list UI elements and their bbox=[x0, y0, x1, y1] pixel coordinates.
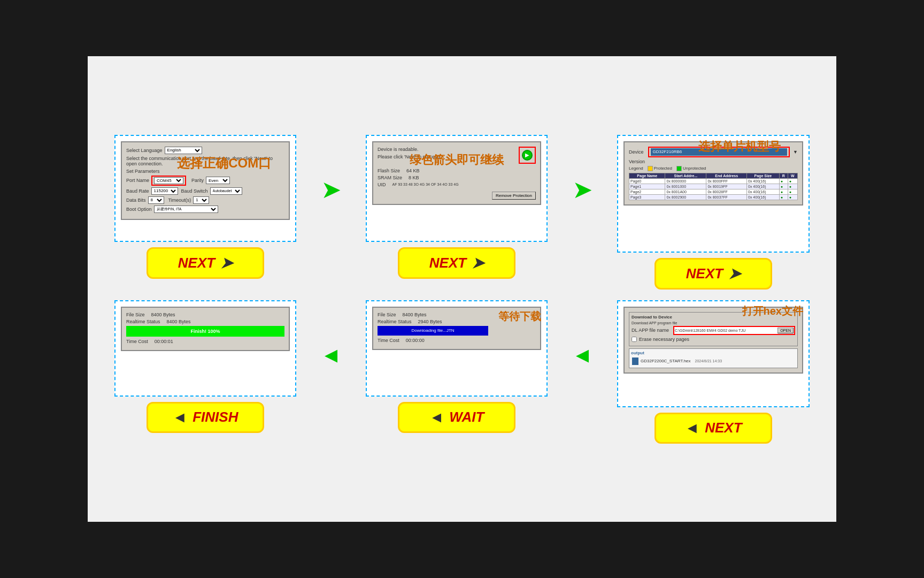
step2-col: 绿色箭头即可继续 Device is readable. Please clic… bbox=[360, 135, 553, 279]
step3-box: 选择单片机型号 Device GD32F210RB6 ▼ Ver bbox=[617, 135, 810, 253]
step5-wait-btn[interactable]: ◄ WAIT bbox=[398, 402, 515, 433]
step1-port-select[interactable]: COM45 bbox=[154, 177, 183, 184]
step3-unprotected-label: Unprotected bbox=[683, 166, 706, 171]
step2-green-indicator-box: ▶ bbox=[519, 147, 536, 164]
step1-timeout-select[interactable]: 1 bbox=[193, 196, 209, 204]
step1-baud-label: Baud Rate bbox=[126, 188, 149, 194]
arrow-step2-to-step3: ➤ bbox=[569, 178, 596, 202]
step3-version-label: Version bbox=[629, 159, 645, 164]
table-row: Page0 0x 8000000 0x 8000FFF 0x 400(16) ●… bbox=[629, 178, 798, 184]
step6-dl-app-label: Download APP program file bbox=[632, 321, 795, 325]
step6-col: 打开hex文件 Download to Device Download APP … bbox=[612, 300, 815, 444]
step2-sram-label: SRAM Size bbox=[378, 175, 402, 180]
step4-filesize-value: 8400 Bytes bbox=[151, 312, 175, 317]
table-row: Page2 0x 8001A00 0x 80028FF 0x 400(16) ●… bbox=[629, 189, 798, 194]
step2-flash-value: 64 KB bbox=[406, 168, 420, 173]
step6-dl-filename-value: C:\GDmini\128160 EM#4 GD02 demo TJU bbox=[675, 329, 777, 332]
file-icon bbox=[632, 358, 638, 365]
step3-td-2-2: 0x 80028FF bbox=[706, 189, 747, 194]
step1-baud-select[interactable]: 115200 bbox=[151, 187, 178, 195]
step1-chinese-label: 选择正确COM口 bbox=[177, 156, 271, 170]
step1-screen: Select Language English Select the commu… bbox=[121, 141, 290, 220]
step6-open-btn[interactable]: OPEN bbox=[777, 328, 794, 333]
step5-chinese-label: 等待下载 bbox=[498, 310, 541, 322]
step6-next-btn[interactable]: ◄ NEXT bbox=[654, 413, 772, 444]
step3-td-2-0: Page2 bbox=[629, 189, 665, 194]
step1-next-btn[interactable]: NEXT ➤ bbox=[147, 247, 264, 279]
step5-downloading-bar: Downloading file...JTN bbox=[378, 326, 488, 336]
step4-finish-btn[interactable]: ◄ FINISH bbox=[147, 402, 264, 433]
step2-green-indicator: ▶ bbox=[522, 150, 533, 161]
step1-databits-select[interactable]: 8 bbox=[148, 196, 164, 204]
step3-td-3-2: 0x 80037FF bbox=[706, 194, 747, 200]
step4-btn-arrow-left: ◄ bbox=[173, 409, 188, 426]
step6-erase-checkbox[interactable] bbox=[632, 337, 637, 342]
step3-td-1-5: ● bbox=[788, 184, 797, 189]
step6-browser-title: output bbox=[631, 351, 796, 355]
step3-th-w: W bbox=[788, 173, 797, 178]
step6-file1-name: GD32F2200C_START.hex bbox=[641, 359, 691, 363]
step5-timecost-label: Time Cost bbox=[378, 338, 399, 343]
step3-th-r: R bbox=[779, 173, 788, 178]
step2-btn-arrow: ➤ bbox=[472, 254, 484, 272]
step2-remove-protection-btn[interactable]: Remove Protection bbox=[492, 192, 536, 200]
step1-boot-select[interactable]: 从硬件PIN, ITA bbox=[154, 206, 218, 213]
step2-line1: Device is readable. bbox=[378, 147, 442, 152]
top-row: 选择正确COM口 Select Language English Select … bbox=[109, 135, 815, 290]
step3-device-label: Device bbox=[629, 149, 644, 155]
step3-th-pagename: Page Name bbox=[629, 173, 665, 178]
step1-lang-select[interactable]: English bbox=[165, 147, 202, 154]
step3-device-dropdown[interactable]: ▼ bbox=[793, 149, 798, 155]
step5-timecost-value: 00:00:00 bbox=[406, 338, 425, 343]
step4-progress-bar: Finish! 100% bbox=[126, 326, 284, 337]
step1-timeout-label: Timeout(s) bbox=[168, 197, 191, 203]
step4-timecost-label: Time Cost bbox=[126, 339, 148, 344]
step4-box: File Size 8400 Bytes Realtime Status 840… bbox=[114, 300, 296, 397]
list-item[interactable]: GD32F2200C_START.hex 2024/8/21 14:33 bbox=[631, 356, 796, 366]
step1-btn-label: NEXT bbox=[178, 255, 215, 271]
step3-td-0-1: 0x 8000000 bbox=[665, 178, 706, 184]
step1-baud-switch-label: Baud Switch bbox=[181, 188, 208, 194]
step3-td-2-1: 0x 8001A00 bbox=[665, 189, 706, 194]
step3-th-endaddr: End Address bbox=[706, 173, 747, 178]
step6-erase-label: Erase necessary pages bbox=[639, 337, 689, 342]
step3-td-0-2: 0x 8000FFF bbox=[706, 178, 747, 184]
step6-file1-date: 2024/8/21 14:33 bbox=[695, 359, 722, 363]
step1-box: 选择正确COM口 Select Language English Select … bbox=[114, 135, 296, 242]
step2-next-btn[interactable]: NEXT ➤ bbox=[398, 247, 515, 279]
step4-btn-label: FINISH bbox=[192, 409, 238, 425]
step2-chinese-label: 绿色箭头即可继续 bbox=[410, 153, 504, 166]
arrow-step1-to-step2: ➤ bbox=[318, 178, 344, 202]
step3-btn-arrow: ➤ bbox=[728, 265, 741, 283]
step1-baudswitch-select[interactable]: Autobaudet bbox=[210, 187, 242, 195]
step3-td-0-4: ● bbox=[779, 178, 788, 184]
step3-btn-label: NEXT bbox=[686, 265, 723, 282]
step4-realtime-label: Realtime Status bbox=[126, 319, 160, 324]
step3-td-1-0: Page1 bbox=[629, 184, 665, 189]
table-row: Page1 0x 8001000 0x 80019FF 0x 400(16) ●… bbox=[629, 184, 798, 189]
step3-td-3-5: ● bbox=[788, 194, 797, 200]
arrow-step5-to-step4: ◄ bbox=[318, 343, 344, 367]
step3-next-btn[interactable]: NEXT ➤ bbox=[654, 258, 772, 290]
step2-screen: Device is readable. Please click 'Next' … bbox=[372, 141, 541, 205]
step3-chinese-label: 选择单片机型号 bbox=[698, 140, 781, 153]
step3-td-3-4: ● bbox=[779, 194, 788, 200]
step2-box: 绿色箭头即可继续 Device is readable. Please clic… bbox=[366, 135, 548, 242]
step4-col: File Size 8400 Bytes Realtime Status 840… bbox=[109, 300, 302, 433]
step1-databits-label: Data Bits bbox=[126, 197, 146, 203]
step3-th-pagesize: Page Size bbox=[747, 173, 780, 178]
step1-btn-arrow: ➤ bbox=[220, 254, 233, 272]
step2-sram-value: 8 KB bbox=[409, 175, 419, 180]
step3-td-1-4: ● bbox=[779, 184, 788, 189]
step6-chinese-label: 打开hex文件 bbox=[742, 305, 803, 317]
step3-device-value: GD32F210RB6 bbox=[653, 149, 682, 154]
step3-td-1-3: 0x 400(16) bbox=[747, 184, 780, 189]
step2-uid-value: AF 93 33 48 3O 4G 34 OF 34 4O 33 4G bbox=[392, 182, 459, 186]
step3-td-2-3: 0x 400(16) bbox=[747, 189, 780, 194]
step1-parity-select[interactable]: Even bbox=[206, 177, 230, 184]
step1-boot-label: Boot Option bbox=[126, 207, 152, 212]
step3-td-1-2: 0x 80019FF bbox=[706, 184, 747, 189]
step3-td-3-1: 0x 8002900 bbox=[665, 194, 706, 200]
step1-parity-label: Parity bbox=[191, 178, 204, 183]
bottom-row: File Size 8400 Bytes Realtime Status 840… bbox=[109, 300, 815, 444]
